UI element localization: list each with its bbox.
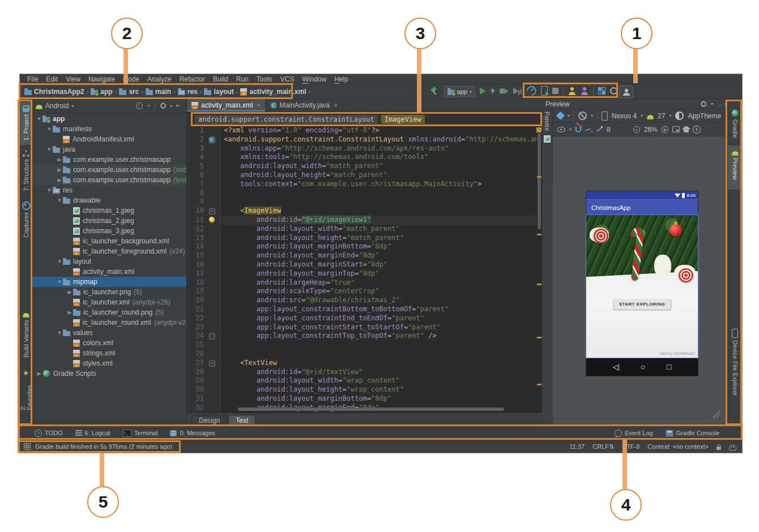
code-line-19[interactable]: 19 android:scaleType="centerCrop" [187,287,542,296]
palette-tab[interactable]: Palette [544,111,551,131]
breadcrumb-activity-main-xml[interactable]: activity_main.xml [240,88,306,96]
tree-item-drawable[interactable]: ▼drawable [32,195,186,205]
tree-item-res[interactable]: ▼res [32,185,186,195]
menu-window[interactable]: Window [298,75,330,83]
resize-grip-icon[interactable] [713,411,720,418]
close-icon[interactable]: × [257,102,260,109]
default-margin-value[interactable]: 8 [607,126,611,134]
tree-item-com-example-user-christmasapp-androidtest[interactable]: ▶com.example.user.christmasapp(androidTe… [32,165,186,175]
back-icon[interactable]: ◁ [613,362,619,371]
gear-icon[interactable] [160,103,166,109]
gear-icon[interactable] [701,101,706,107]
breadcrumb-app[interactable]: app [91,88,112,96]
editor-tab-activity-main-xml[interactable]: activity_main.xml× [187,99,266,111]
device-selector[interactable]: Nexus 4 [612,112,637,120]
chevron-down-icon[interactable]: ▾ [568,113,570,118]
code-line-5[interactable]: 5 android:layout_width="match_parent" [187,162,542,171]
code-line-6[interactable]: 6 android:layout_height="match_parent" [187,171,542,180]
menu-edit[interactable]: Edit [42,75,62,83]
tree-item-ic-launcher-background-xml[interactable]: ic_launcher_background.xml [32,236,186,246]
start-exploring-button[interactable]: START EXPLORING [613,299,671,310]
tree-item-styles-xml[interactable]: styles.xml [32,358,186,368]
run-config-select[interactable]: app▾ [444,86,475,97]
toolwindow-button-0-messages[interactable]: 0: Messages [170,430,215,436]
stop-button[interactable] [552,88,558,96]
menu-navigate[interactable]: Navigate [84,75,119,83]
toolwindow-tab-2-favorites[interactable]: 2: Favorites [20,366,32,414]
chevron-down-icon[interactable]: ▾ [569,127,572,132]
tree-collapse-icon[interactable]: ▼ [46,126,53,132]
breadcrumb-main[interactable]: main [146,88,171,96]
code-line-7[interactable]: 7 tools:context="com.example.user.christ… [187,180,542,189]
project-view-selector[interactable]: Android [45,102,69,110]
toolwindow-tab-device-file-explorer[interactable]: Device File Explorer [728,325,742,410]
status-message[interactable]: Gradle build finished in 5s 976ms (2 min… [35,443,172,450]
tree-expand-icon[interactable]: ▶ [36,371,42,376]
code-line-30[interactable]: 30 android:layout_height="wrap_content" [187,385,542,394]
toolwindow-tab-captures[interactable]: Captures [20,198,32,239]
code-line-16[interactable]: 16 android:layout_marginStart="8dp" [187,260,542,269]
devrun-button[interactable] [541,86,548,97]
gauge-button[interactable] [527,86,536,97]
tree-item-values[interactable]: ▼values [32,328,186,338]
menu-help[interactable]: Help [330,75,352,83]
fold-end-icon[interactable] [209,333,215,340]
chevron-down-icon[interactable]: ▾ [669,113,671,118]
tree-item-activity-main-xml[interactable]: activity_main.xml [32,267,186,277]
emulator-icon[interactable] [729,445,736,451]
tree-item-com-example-user-christmasapp[interactable]: ▶com.example.user.christmasapp [32,155,186,165]
code-line-31[interactable]: 31 android:layout_marginBottom="8dp" [187,394,542,404]
toolwindow-button-todo[interactable]: TODO [35,430,63,437]
editor-tab-mainactivity-java[interactable]: CMainActivity.java× [266,99,343,111]
attach-java-button[interactable] [568,87,576,97]
tab-text[interactable]: Text [228,415,255,426]
tree-item-christmas-3-jpeg[interactable]: christmas_3.jpeg [32,226,186,236]
infer-constraints-icon[interactable] [596,126,603,133]
code-line-11[interactable]: 11 android:id="@+id/imageView1" [187,216,542,225]
hammer-button[interactable] [430,87,440,97]
code-line-1[interactable]: 1<?xml version="1.0" encoding="utf-8"?> [187,126,542,135]
menu-view[interactable]: View [62,75,84,83]
toolwindow-button-6-logcat[interactable]: 6: Logcat [75,430,110,436]
menu-code[interactable]: Code [119,75,143,83]
warning-tick[interactable] [537,384,541,385]
split-icon[interactable]: ÷ [147,102,151,110]
chevron-down-icon[interactable]: ▾ [711,101,713,107]
code-line-26[interactable]: 26 [187,350,542,359]
code-line-15[interactable]: 15 android:layout_marginEnd="8dp" [187,251,542,260]
breadcrumb-res[interactable]: res [178,88,198,96]
design-surface[interactable]: 8:00 ChristmasApp [553,136,728,426]
breadcrumb-chip-android-support-constraint-constraintlayout[interactable]: android.support.constraint.ConstraintLay… [195,115,378,124]
tree-item-layout[interactable]: ▼layout [32,256,186,267]
code-line-4[interactable]: 4 xmlns:tools="http://schemas.android.co… [187,153,542,162]
chevron-down-icon[interactable]: ▾ [591,113,593,118]
code-line-13[interactable]: 13 android:layout_height="match_parent" [187,234,542,243]
tree-item-christmas-2-jpeg[interactable]: christmas_2.jpeg [32,216,186,226]
toolwindow-button-gradle-console[interactable]: Gradle Console [666,430,719,437]
menu-file[interactable]: File [23,75,42,83]
tree-expand-icon[interactable]: ▶ [66,289,73,295]
theme-selector[interactable]: AppTheme [688,112,721,120]
tab-design[interactable]: Design [191,415,227,426]
tree-expand-icon[interactable]: ▶ [56,177,63,183]
autoconnect-icon[interactable] [575,127,581,132]
menu-analyze[interactable]: Analyze [143,75,176,83]
tree-item-mipmap[interactable]: ▼mipmap [32,277,186,287]
toolwindow-tab-gradle[interactable]: Gradle [728,106,742,143]
toolwindow-toggle-icon[interactable] [24,443,31,450]
device-content-imageview[interactable]: START EXPLORING Merry Christmas! [586,215,698,358]
fold-icon[interactable]: − [209,208,215,214]
warning-tick[interactable] [537,176,541,178]
tree-item-ic-launcher-png-5[interactable]: ▶ic_launcher.png(5) [32,287,186,297]
code-line-12[interactable]: 12 android:layout_width="match_parent" [187,225,542,234]
warnings-icon[interactable]: ! [693,126,701,134]
menu-tools[interactable]: Tools [253,75,276,83]
clear-constraints-icon[interactable] [585,127,592,132]
hide-panel-icon[interactable]: ⇤ [176,103,183,109]
warning-tick[interactable] [537,234,541,235]
menu-run[interactable]: Run [232,75,253,83]
toolwindow-button-terminal[interactable]: Terminal [123,430,158,437]
breadcrumb-layout[interactable]: layout [204,88,233,96]
warning-tick[interactable] [537,337,541,338]
lock-icon[interactable] [717,447,721,450]
